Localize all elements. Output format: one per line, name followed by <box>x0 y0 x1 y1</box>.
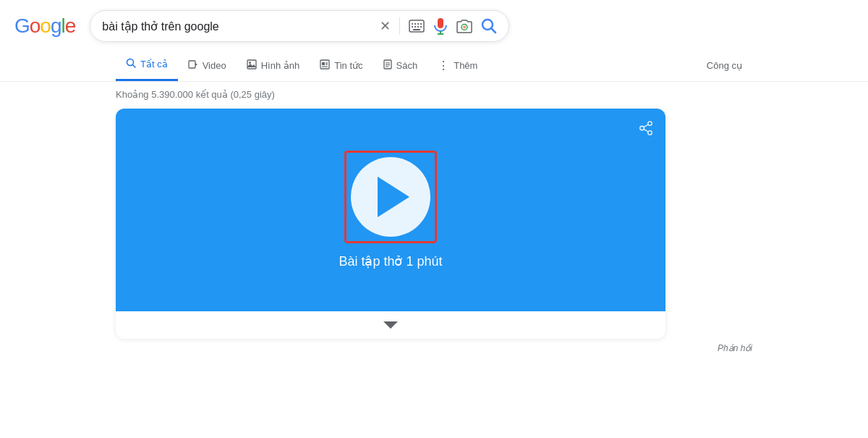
svg-rect-25 <box>322 62 325 65</box>
nav-label-them: Thêm <box>454 60 477 71</box>
breathing-card: Bài tập thở 1 phút <box>116 109 665 339</box>
svg-rect-19 <box>189 61 195 68</box>
svg-rect-10 <box>438 18 443 28</box>
svg-point-33 <box>648 122 652 126</box>
images-nav-icon <box>247 59 257 72</box>
nav-item-them[interactable]: ⋮ Thêm <box>427 50 488 81</box>
search-submit-icon[interactable] <box>481 18 497 34</box>
collapse-button[interactable] <box>116 311 665 339</box>
chevron-down-icon <box>383 321 398 329</box>
svg-rect-5 <box>412 26 413 28</box>
divider <box>399 17 400 35</box>
books-nav-icon <box>383 59 392 72</box>
video-nav-icon <box>188 59 198 71</box>
play-button[interactable] <box>351 157 430 237</box>
svg-line-16 <box>491 28 495 33</box>
svg-rect-3 <box>417 23 419 25</box>
nav-label-video: Video <box>203 60 226 71</box>
search-nav-icon <box>126 58 136 70</box>
results-summary: Khoảng 5.390.000 kết quả (0,25 giây) <box>0 82 868 109</box>
nav-label-tat-ca: Tất cả <box>140 59 168 70</box>
nav-label-hinh-anh: Hình ảnh <box>261 60 300 71</box>
nav-item-tin-tuc[interactable]: Tin tức <box>310 51 373 80</box>
main-content: Bài tập thở 1 phút <box>0 109 868 339</box>
svg-point-14 <box>463 26 466 29</box>
svg-point-35 <box>648 131 652 135</box>
svg-rect-7 <box>417 26 419 28</box>
nav-item-video[interactable]: Video <box>178 51 237 80</box>
svg-line-37 <box>644 129 648 132</box>
svg-marker-20 <box>195 63 197 66</box>
search-input[interactable]: bài tập thở trên google <box>102 20 373 33</box>
nav-item-hinh-anh[interactable]: Hình ảnh <box>237 51 310 80</box>
voice-search-icon[interactable] <box>433 17 448 35</box>
clear-search-button[interactable]: ✕ <box>380 18 391 34</box>
play-button-wrapper <box>344 151 437 243</box>
camera-search-icon[interactable] <box>456 19 472 33</box>
svg-rect-4 <box>420 23 422 25</box>
svg-rect-8 <box>420 26 422 28</box>
svg-line-18 <box>133 65 136 68</box>
news-nav-icon <box>320 59 330 72</box>
svg-line-36 <box>644 125 648 127</box>
feedback-link[interactable]: Phản hồi <box>0 339 868 358</box>
more-nav-icon: ⋮ <box>438 59 449 72</box>
breathing-video[interactable]: Bài tập thở 1 phút <box>116 109 665 311</box>
header: Google bài tập thở trên google ✕ <box>0 0 868 49</box>
svg-rect-21 <box>247 60 256 69</box>
nav-label-tin-tuc: Tin tức <box>334 60 362 71</box>
search-bar: bài tập thở trên google ✕ <box>90 10 509 42</box>
video-title: Bài tập thở 1 phút <box>339 253 442 269</box>
svg-marker-23 <box>247 64 256 67</box>
navbar: Tất cả Video Hình ảnh <box>0 49 868 82</box>
tools-button[interactable]: Công cụ <box>697 51 752 80</box>
play-icon <box>378 177 409 217</box>
svg-rect-1 <box>412 23 413 25</box>
svg-rect-6 <box>414 26 416 28</box>
svg-point-34 <box>640 126 644 130</box>
nav-item-sach[interactable]: Sách <box>373 51 428 80</box>
google-logo[interactable]: Google <box>14 14 75 38</box>
svg-rect-2 <box>414 23 416 25</box>
share-button[interactable] <box>638 120 654 139</box>
nav-item-tat-ca[interactable]: Tất cả <box>116 49 178 81</box>
svg-point-22 <box>249 62 251 64</box>
search-bar-icons: ✕ <box>380 17 497 35</box>
keyboard-icon[interactable] <box>409 20 425 33</box>
nav-label-sach: Sách <box>396 60 418 71</box>
svg-rect-9 <box>413 29 420 30</box>
